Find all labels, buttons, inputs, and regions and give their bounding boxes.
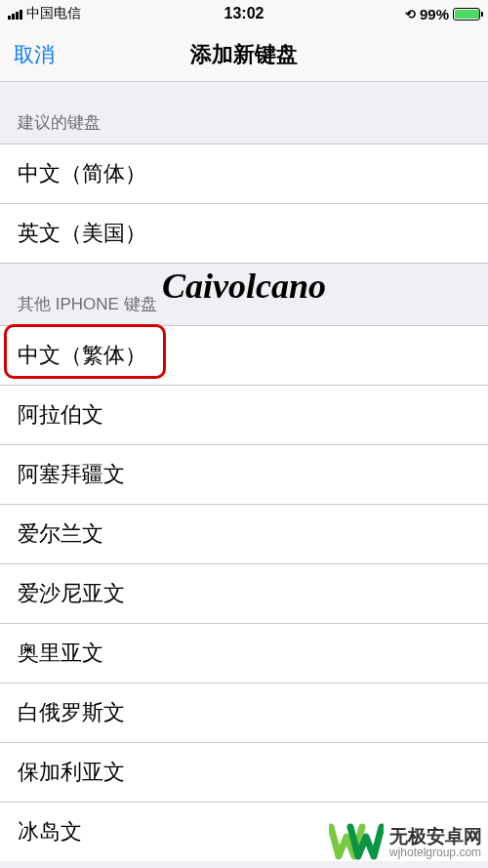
- keyboard-label: 爱沙尼亚文: [18, 581, 125, 605]
- keyboard-label: 中文（简体）: [18, 161, 146, 186]
- status-time: 13:02: [224, 5, 264, 22]
- list-item[interactable]: 白俄罗斯文: [0, 683, 488, 743]
- list-item[interactable]: 阿拉伯文: [0, 386, 488, 445]
- keyboard-label: 保加利亚文: [18, 760, 125, 784]
- status-bar: 中国电信 13:02 ⟲ 99%: [0, 0, 488, 27]
- list-item[interactable]: 爱沙尼亚文: [0, 564, 488, 624]
- section-header-suggested: 建议的键盘: [0, 82, 488, 144]
- keyboard-label: 奥里亚文: [18, 641, 103, 665]
- page-title: 添加新键盘: [190, 40, 298, 69]
- keyboard-label: 阿拉伯文: [18, 402, 103, 427]
- section-header-other: 其他 IPHONE 键盘: [0, 264, 488, 325]
- carrier-label: 中国电信: [26, 5, 81, 22]
- keyboard-label: 中文（繁体）: [18, 343, 146, 367]
- keyboard-label: 冰岛文: [18, 819, 82, 844]
- keyboard-label: 白俄罗斯文: [18, 700, 125, 724]
- keyboard-label: 阿塞拜疆文: [18, 462, 125, 486]
- list-item[interactable]: 阿塞拜疆文: [0, 445, 488, 505]
- list-item[interactable]: 冰岛文: [0, 803, 488, 861]
- suggested-keyboards-list: 中文（简体）英文（美国）: [0, 144, 488, 264]
- cancel-button[interactable]: 取消: [14, 41, 55, 68]
- status-right: ⟲ 99%: [405, 6, 480, 22]
- status-left: 中国电信: [8, 5, 81, 22]
- list-item[interactable]: 保加利亚文: [0, 743, 488, 803]
- other-keyboards-list: 中文（繁体）阿拉伯文阿塞拜疆文爱尔兰文爱沙尼亚文奥里亚文白俄罗斯文保加利亚文冰岛…: [0, 325, 488, 861]
- keyboard-label: 英文（美国）: [18, 221, 146, 245]
- list-item[interactable]: 奥里亚文: [0, 624, 488, 683]
- list-item[interactable]: 中文（繁体）: [0, 326, 488, 386]
- list-item[interactable]: 爱尔兰文: [0, 505, 488, 564]
- nav-bar: 取消 添加新键盘: [0, 27, 488, 82]
- orientation-lock-icon: ⟲: [405, 7, 416, 21]
- list-item[interactable]: 英文（美国）: [0, 204, 488, 263]
- list-item[interactable]: 中文（简体）: [0, 145, 488, 204]
- signal-icon: [8, 8, 22, 20]
- battery-percent: 99%: [420, 6, 449, 22]
- keyboard-label: 爱尔兰文: [18, 521, 103, 546]
- battery-icon: [453, 8, 480, 21]
